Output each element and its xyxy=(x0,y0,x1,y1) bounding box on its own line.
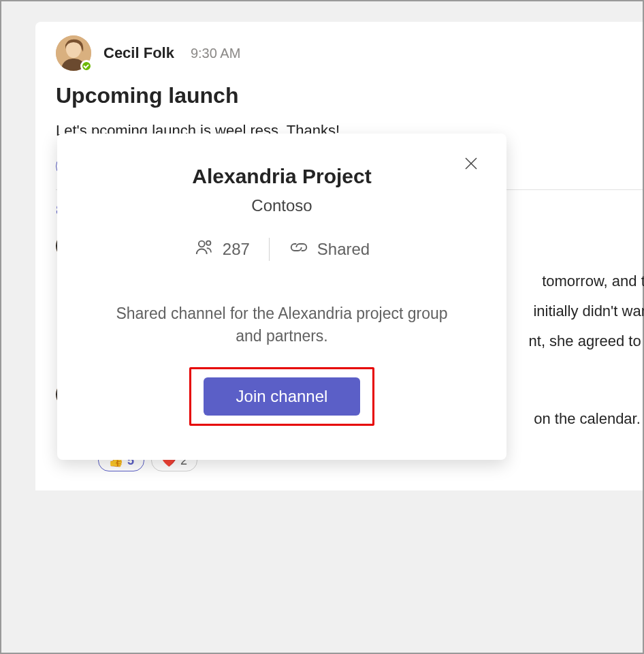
close-button[interactable] xyxy=(460,153,482,174)
join-channel-button[interactable]: Join channel xyxy=(204,377,361,416)
svg-point-8 xyxy=(199,241,205,247)
post-header: Cecil Folk 9:30 AM xyxy=(56,35,643,71)
shared-channel-icon xyxy=(289,237,309,262)
people-icon xyxy=(194,237,214,262)
close-icon xyxy=(464,157,478,170)
presence-available-icon xyxy=(80,60,93,72)
shared-label: Shared xyxy=(317,240,370,259)
annotation-highlight: Join channel xyxy=(189,367,375,426)
shared-stat: Shared xyxy=(289,237,370,262)
post-timestamp: 9:30 AM xyxy=(191,46,240,61)
channel-info-popover: Alexandria Project Contoso 287 Shared Sh… xyxy=(57,134,506,460)
post-author[interactable]: Cecil Folk xyxy=(103,44,174,62)
member-count-stat: 287 xyxy=(194,237,250,262)
channel-description: Shared channel for the Alexandria projec… xyxy=(91,302,472,348)
post-title: Upcoming launch xyxy=(56,83,643,108)
channel-title: Alexandria Project xyxy=(91,165,472,188)
app-frame: Cecil Folk 9:30 AM Upcoming launch Let's… xyxy=(0,0,644,654)
channel-stats: 287 Shared xyxy=(91,237,472,262)
svg-point-9 xyxy=(206,241,210,245)
channel-org: Contoso xyxy=(91,196,472,215)
avatar[interactable] xyxy=(56,35,91,71)
member-count: 287 xyxy=(223,240,250,259)
divider xyxy=(269,238,270,261)
